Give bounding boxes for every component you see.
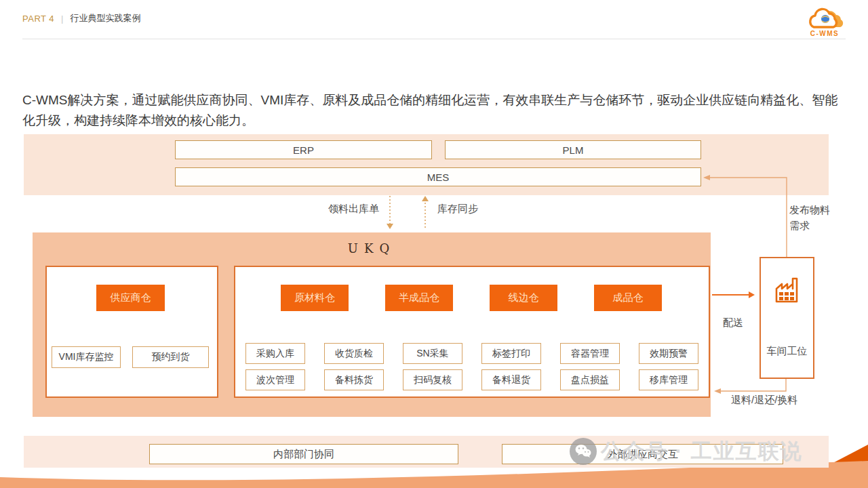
internal-collaboration-box: 内部部门协同 (149, 444, 458, 464)
function-box-picking: 备料拣货 (324, 369, 384, 390)
function-label: 备料退货 (492, 374, 530, 386)
publish-demand-line1: 发布物料 (789, 203, 830, 218)
function-label: 采购入库 (256, 348, 294, 360)
function-box-wave-mgmt: 波次管理 (245, 369, 305, 390)
function-label: SN采集 (416, 348, 448, 360)
header-separator: | (61, 14, 63, 24)
function-label: 标签打印 (492, 348, 530, 360)
mes-label: MES (427, 171, 450, 183)
finished-goods-warehouse-button: 成品仓 (594, 285, 662, 311)
function-label: 容器管理 (571, 348, 609, 360)
factory-icon (771, 273, 804, 306)
watermark: 公众号 · 工业互联说 (570, 437, 803, 466)
function-box-material-return: 备料退货 (481, 369, 541, 390)
function-box-container-mgmt: 容器管理 (560, 343, 620, 364)
function-box-sn-collection: SN采集 (403, 343, 462, 364)
mes-box: MES (175, 167, 701, 186)
returns-label: 退料/退还/换料 (731, 394, 797, 407)
function-label: 移库管理 (650, 374, 688, 386)
internal-collaboration-label: 内部部门协同 (273, 448, 334, 461)
function-box-stocktake: 盘点损益 (560, 369, 620, 390)
delivery-label: 配送 (723, 317, 743, 329)
intro-text: C-WMS解决方案，通过赋能供应商协同、VMI库存、原料及成品仓储的精细化运营，… (22, 90, 848, 131)
vmi-monitor-box: VMI库存监控 (52, 346, 121, 368)
function-box-label-printing: 标签打印 (481, 343, 541, 364)
function-box-transfer-mgmt: 移库管理 (639, 369, 698, 390)
ukq-title: UKQ (33, 241, 711, 256)
finished-goods-warehouse-label: 成品仓 (613, 291, 644, 304)
watermark-text: 公众号 · 工业互联说 (601, 437, 803, 466)
function-label: 扫码复核 (414, 374, 452, 386)
factory-windows (779, 292, 794, 300)
cwms-logo: C-WMS (797, 3, 852, 38)
publish-demand-label: 发布物料 需求 (789, 203, 830, 233)
plm-box: PLM (445, 140, 701, 159)
wechat-icon (570, 438, 597, 465)
function-box-purchase-inbound: 采购入库 (245, 343, 305, 364)
function-label: 收货质检 (335, 348, 373, 360)
function-label: 盘点损益 (571, 374, 609, 386)
inventory-sync-arrowhead (422, 196, 429, 201)
slide-header: PART 4 | 行业典型实践案例 (22, 12, 140, 24)
return-line (719, 379, 786, 391)
material-issue-label: 领料出库单 (328, 203, 379, 216)
erp-box: ERP (175, 140, 432, 159)
erp-label: ERP (293, 144, 314, 156)
supplier-warehouse-label: 供应商仓 (111, 291, 151, 304)
material-issue-arrowhead (387, 224, 393, 229)
inventory-sync-label: 库存同步 (437, 203, 478, 216)
publish-demand-line2: 需求 (789, 218, 830, 234)
function-box-expiry-warning: 效期预警 (639, 343, 698, 364)
appointment-arrival-label: 预约到货 (152, 351, 190, 363)
function-box-scan-check: 扫码复核 (403, 369, 462, 390)
raw-material-warehouse-label: 原材料仓 (294, 291, 335, 304)
supplier-warehouse-button: 供应商仓 (96, 285, 165, 311)
function-label: 备料拣货 (335, 374, 373, 386)
appointment-arrival-box: 预约到货 (132, 346, 209, 368)
raw-material-warehouse-button: 原材料仓 (281, 285, 349, 311)
lineside-warehouse-label: 线边仓 (509, 291, 539, 304)
part-label: PART 4 (22, 14, 54, 24)
function-box-receiving-inspection: 收货质检 (324, 343, 384, 364)
workshop-station-label: 车间工位 (761, 345, 813, 358)
plm-label: PLM (563, 144, 584, 156)
lineside-warehouse-button: 线边仓 (490, 285, 557, 311)
vmi-monitor-label: VMI库存监控 (59, 351, 114, 363)
return-arrowhead (714, 388, 721, 394)
function-label: 效期预警 (650, 348, 688, 360)
workshop-station-box: 车间工位 (760, 257, 814, 379)
delivery-arrowhead (749, 291, 755, 298)
function-label: 波次管理 (256, 374, 294, 386)
semi-finished-warehouse-label: 半成品仓 (399, 291, 439, 304)
header-divider (22, 39, 846, 39)
semi-finished-warehouse-button: 半成品仓 (385, 285, 453, 311)
page-title: 行业典型实践案例 (70, 12, 140, 24)
logo-text: C-WMS (810, 30, 840, 37)
